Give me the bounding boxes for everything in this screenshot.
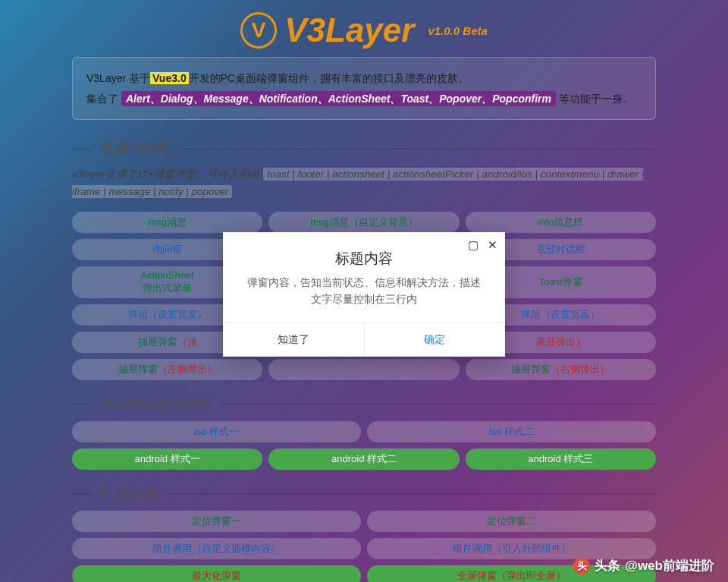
dialog-title: 标题内容 <box>223 232 505 275</box>
maximize-icon[interactable]: ▢ <box>468 238 479 252</box>
dialog-body: 弹窗内容，告知当前状态、信息和解决方法，描述文字尽量控制在三行内 <box>223 275 505 322</box>
dialog-cancel-button[interactable]: 知道了 <box>223 323 365 357</box>
attribution: 头 头条 @web前端进阶 <box>573 557 714 574</box>
dialog: ▢ ✕ 标题内容 弹窗内容，告知当前状态、信息和解决方法，描述文字尽量控制在三行… <box>223 232 505 357</box>
attribution-author: @web前端进阶 <box>625 557 714 574</box>
dialog-ok-button[interactable]: 确定 <box>365 323 506 357</box>
close-icon[interactable]: ✕ <box>488 238 497 252</box>
attribution-source: 头条 <box>595 557 620 574</box>
source-icon: 头 <box>573 558 590 574</box>
